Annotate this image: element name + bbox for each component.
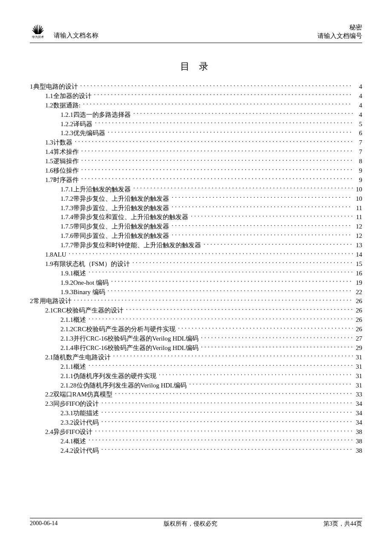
toc-entry[interactable]: 1.7时序器件9 [45,176,362,185]
toc-leader-dots [89,315,353,322]
toc-entry[interactable]: 2.4.2设计代码38 [61,446,362,456]
header-left: 华为技术 请输入文档名称 [30,24,98,40]
toc-label: 1典型电路的设计 [30,82,81,92]
toc-entry[interactable]: 1.9.2One-hot 编码19 [61,278,362,288]
toc-entry[interactable]: 2.1.1伪随机序列发生器的硬件实现31 [61,372,362,381]
toc-page-number: 34 [353,409,362,418]
toc-leader-dots [101,446,353,453]
toc-entry[interactable]: 2.1.4串行CRC-16校验码产生器的Verilog HDL编码29 [61,344,362,353]
toc-page-number: 34 [353,399,362,409]
toc-entry[interactable]: 2.1.28位伪随机序列发生器的Verilog HDL编码31 [61,381,362,390]
toc-leader-dots [204,241,353,247]
toc-page-number: 31 [353,362,362,372]
toc-entry[interactable]: 2.1.3并行CRC-16校验码产生器的Verilog HDL编码27 [61,334,362,344]
toc-entry[interactable]: 2.3.1功能描述34 [61,409,362,418]
toc-page-number: 31 [353,381,362,390]
toc-label: 2.1随机数产生电路设计 [45,353,113,362]
toc-entry[interactable]: 1.9有限状态机（FSM）的设计15 [45,260,362,269]
toc-entry[interactable]: 2.2双端口RAM仿真模型33 [45,390,362,399]
toc-entry[interactable]: 1.7.6带同步置位、上升沿触发的触发器12 [61,231,362,241]
toc-label: 1.9.1概述 [61,269,89,278]
toc-leader-dots [81,176,353,182]
toc-page-number: 4 [353,101,362,110]
toc-page-number: 26 [353,306,362,315]
toc-page-number: 13 [353,241,362,250]
toc-entry[interactable]: 2.3同步FIFO的设计34 [45,399,362,409]
toc-entry[interactable]: 1.5逻辑操作8 [45,157,362,166]
page-footer: 2000-06-14 版权所有，侵权必究 第3页，共44页 [30,518,362,528]
toc-page-number: 9 [353,166,362,176]
toc-page-number: 38 [353,437,362,446]
toc-entry[interactable]: 2.1CRC校验码产生器的设计26 [45,306,362,315]
toc-entry[interactable]: 1.8ALU14 [45,250,362,260]
toc-page-number: 4 [353,82,362,92]
toc-page-number: 12 [353,231,362,241]
toc-leader-dots [133,110,353,117]
toc-entry[interactable]: 2.4.1概述38 [61,437,362,446]
toc-label: 2.1.3并行CRC-16校验码产生器的Verilog HDL编码 [61,334,201,344]
toc-leader-dots [89,269,353,275]
toc-entry[interactable]: 2常用电路设计26 [30,297,362,306]
toc-leader-dots [191,213,353,219]
toc-entry[interactable]: 1.1全加器的设计4 [45,92,362,101]
toc-entry[interactable]: 2.3.2设计代码34 [61,418,362,428]
toc-entry[interactable]: 1.7.1上升沿触发的触发器10 [61,185,362,194]
toc-leader-dots [95,120,353,126]
toc-entry[interactable]: 1.2数据通路:4 [45,101,362,110]
toc-leader-dots [189,381,353,387]
toc-leader-dots [108,129,353,135]
toc-entry[interactable]: 1.9.1概述16 [61,269,362,278]
toc-entry[interactable]: 2.1.1概述26 [61,315,362,325]
footer-page-info: 第3页，共44页 [323,520,362,528]
header-right: 秘密 请输入文档编号 [317,23,362,40]
toc-leader-dots [178,325,353,331]
toc-entry[interactable]: 1.2.3优先编码器6 [61,129,362,138]
toc-entry[interactable]: 2.1.1概述31 [61,362,362,372]
toc-entry[interactable]: 1.7.2带异步复位、上升沿触发的触发器10 [61,194,362,204]
logo-caption: 华为技术 [32,35,44,39]
toc-page-number: 6 [353,129,362,138]
doc-name: 请输入文档名称 [54,32,98,40]
toc-label: 1.3计数器 [45,138,75,147]
toc-label: 1.7.1上升沿触发的触发器 [61,185,133,194]
toc-page-number: 8 [353,157,362,166]
toc-entry[interactable]: 1.7.7带异步复位和时钟使能、上升沿触发的触发器13 [61,241,362,250]
toc-label: 2.3.2设计代码 [61,418,101,428]
toc-entry[interactable]: 1.6移位操作9 [45,166,362,176]
toc-leader-dots [81,82,353,89]
toc-label: 1.7.7带异步复位和时钟使能、上升沿触发的触发器 [61,241,204,250]
toc-page-number: 14 [353,250,362,260]
toc-page-number: 34 [353,418,362,428]
toc-page-number: 33 [353,390,362,399]
toc-page-number: 31 [353,353,362,362]
toc-entry[interactable]: 1.4算术操作7 [45,147,362,157]
toc-entry[interactable]: 1.2.2译码器5 [61,120,362,129]
toc-label: 1.7.4带异步复位和置位、上升沿触发的触发器 [61,213,191,222]
toc-entry[interactable]: 1.7.3带异步置位、上升沿触发的触发器11 [61,204,362,213]
toc-label: 2.1.4串行CRC-16校验码产生器的Verilog HDL编码 [61,344,201,353]
toc-label: 1.2.1四选一的多路选择器 [61,110,133,120]
toc-leader-dots [126,306,353,312]
toc-page-number: 7 [353,138,362,147]
toc-leader-dots [81,147,353,154]
toc-entry[interactable]: 2.4异步FIFO设计38 [45,428,362,437]
toc-entry[interactable]: 1.2.1四选一的多路选择器4 [61,110,362,120]
toc-leader-dots [101,399,353,406]
toc-entry[interactable]: 1.7.5带同步复位、上升沿触发的触发器12 [61,222,362,231]
footer-date: 2000-06-14 [30,520,58,528]
toc-entry[interactable]: 1.7.4带异步复位和置位、上升沿触发的触发器11 [61,213,362,222]
toc-leader-dots [89,362,353,369]
toc-leader-dots [108,288,353,294]
toc-label: 2.1.2CRC校验码产生器的分析与硬件实现 [61,325,178,334]
toc-label: 1.7时序器件 [45,176,81,185]
toc-label: 1.9.2One-hot 编码 [61,278,111,288]
toc-page-number: 5 [353,120,362,129]
toc-label: 1.7.3带异步置位、上升沿触发的触发器 [61,204,172,213]
toc-entry[interactable]: 1.9.3Binary 编码22 [61,288,362,297]
toc-entry[interactable]: 1.3计数器7 [45,138,362,147]
toc-entry[interactable]: 2.1.2CRC校验码产生器的分析与硬件实现26 [61,325,362,334]
toc-leader-dots [74,297,353,303]
toc-page-number: 11 [353,204,362,213]
toc-entry[interactable]: 1典型电路的设计4 [30,82,362,92]
toc-entry[interactable]: 2.1随机数产生电路设计31 [45,353,362,362]
